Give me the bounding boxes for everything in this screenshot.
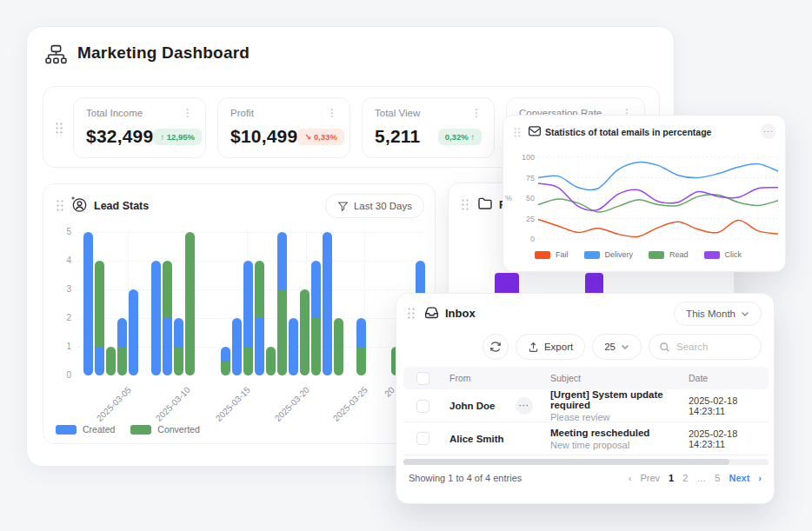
bar-segment-created (83, 232, 93, 375)
refresh-button[interactable] (483, 334, 509, 360)
bar-segment-converted (356, 347, 366, 375)
kebab-menu-icon[interactable]: ⋮ (327, 108, 337, 118)
pagination-item-next[interactable]: Next (729, 473, 749, 483)
page-size-value: 25 (604, 342, 616, 352)
column-header-from: From (442, 373, 542, 383)
select-all-checkbox[interactable] (416, 372, 429, 385)
bar-segment-created (95, 347, 104, 375)
page-size-select[interactable]: 25 (592, 334, 642, 360)
kpi-card-2: Total View⋮5,2110,32% ↑ (362, 97, 495, 158)
pagination-item-‹[interactable]: ‹ (629, 473, 632, 483)
x-tick-label: 2025-03-20 (273, 385, 311, 423)
drag-handle-icon[interactable] (56, 199, 64, 211)
kpi-label: Total Income (86, 108, 143, 118)
kpi-header: Profit⋮ (230, 108, 337, 118)
inbox-footer: Showing 1 to 4 of 4 entries ‹Prev12…5Nex… (409, 473, 762, 483)
y-tick-label: 2 (50, 313, 71, 322)
y-tick-label: 1 (50, 342, 71, 351)
kpi-body: 5,2110,32% ↑ (375, 126, 482, 147)
kpi-header: Total Income⋮ (86, 108, 193, 118)
subject-cell: [Urgent] System update requiredPlease re… (542, 389, 680, 422)
x-tick-label: 2025-03-15 (214, 385, 252, 423)
legend-label: Converted (157, 424, 199, 435)
row-checkbox[interactable] (416, 432, 429, 445)
lead-bar (334, 318, 343, 375)
row-actions-button[interactable]: ··· (516, 397, 533, 415)
pagination-item-…[interactable]: … (696, 473, 706, 483)
legend-swatch (535, 251, 550, 259)
legend-item-click: Click (704, 250, 742, 259)
inbox-toolbar: Export 25 (396, 334, 762, 360)
lead-bar (83, 232, 93, 375)
date-filter-button[interactable]: Last 30 Days (325, 194, 424, 218)
kebab-menu-icon[interactable]: ⋮ (183, 108, 193, 118)
horizontal-scrollbar[interactable] (403, 459, 769, 465)
kpi-label: Profit (230, 108, 254, 118)
table-row-0[interactable]: John Doe···[Urgent] System update requir… (403, 389, 769, 422)
row-checkbox[interactable] (416, 400, 429, 413)
bar-segment-created (151, 261, 161, 375)
subject-text: Meeting rescheduled (550, 428, 680, 438)
bar-segment-created (221, 347, 230, 362)
lead-chart-legend: CreatedConverted (56, 424, 200, 435)
lead-bar (163, 261, 172, 375)
gridline (78, 232, 423, 233)
lead-bar (117, 318, 127, 375)
table-row-1[interactable]: Alice SmithMeeting rescheduledNew time p… (403, 422, 769, 455)
legend-label: Click (725, 250, 742, 259)
legend-label: Delivery (605, 250, 634, 259)
x-tick-label: 2025-03-05 (95, 385, 133, 423)
kpi-label: Total View (375, 108, 420, 118)
lead-bar (311, 261, 321, 375)
from-cell: John Doe··· (442, 397, 542, 415)
pagination-item-›[interactable]: › (758, 473, 762, 483)
export-label: Export (544, 342, 573, 352)
bar-segment-converted (174, 347, 183, 375)
drag-handle-icon[interactable] (407, 307, 416, 319)
bar-segment-converted (266, 347, 276, 375)
column-header-date: Date (680, 373, 769, 383)
lead-bar (356, 318, 366, 375)
pagination-item-1[interactable]: 1 (669, 473, 674, 483)
x-tick-label: 2025-03-10 (154, 385, 192, 423)
legend-item-created: Created (56, 424, 115, 435)
bar-segment-created (232, 318, 242, 375)
legend-swatch (704, 251, 720, 259)
drag-handle-icon[interactable] (461, 198, 469, 210)
y-tick-label: 4 (50, 256, 71, 265)
lead-stats-card: Lead Stats Last 30 Days 5432102025-03-05… (43, 183, 436, 444)
drag-handle-icon[interactable] (55, 122, 63, 134)
legend-label: Read (669, 250, 689, 259)
bar-segment-converted (185, 232, 195, 375)
bar-segment-converted (311, 318, 321, 375)
bar-segment-created (243, 261, 253, 347)
kpi-value: $10,499 (230, 126, 297, 147)
kebab-menu-icon[interactable]: ⋮ (471, 108, 482, 118)
export-button[interactable]: Export (516, 334, 585, 360)
trend-badge: 0,32% ↑ (438, 129, 482, 145)
lead-bar (255, 261, 264, 375)
inbox-title: Inbox (445, 307, 476, 320)
y-tick-label: 0 (50, 370, 71, 380)
legend-swatch (130, 425, 151, 435)
subject-preview: New time proposal (550, 440, 680, 450)
from-cell: Alice Smith (442, 434, 542, 444)
chevron-down-icon (741, 311, 749, 317)
scrollbar-thumb[interactable] (403, 459, 729, 465)
bar-segment-created (311, 261, 321, 318)
x-tick-label: 20 (383, 385, 396, 399)
bar-segment-converted (95, 261, 104, 347)
inbox-icon (423, 304, 440, 321)
legend-item-converted: Converted (130, 424, 199, 435)
sitemap-icon (44, 43, 68, 66)
bar-segment-created (277, 232, 287, 289)
row-checkbox-cell (403, 432, 442, 445)
pagination-item-5[interactable]: 5 (715, 473, 720, 483)
legend-swatch (649, 251, 664, 259)
pagination-item-prev[interactable]: Prev (640, 473, 660, 483)
period-select[interactable]: This Month (674, 302, 762, 326)
lead-stats-icon (70, 196, 88, 213)
pagination: ‹Prev12…5Next› (629, 473, 762, 483)
pagination-item-2[interactable]: 2 (682, 473, 688, 483)
search-input[interactable] (676, 342, 755, 352)
